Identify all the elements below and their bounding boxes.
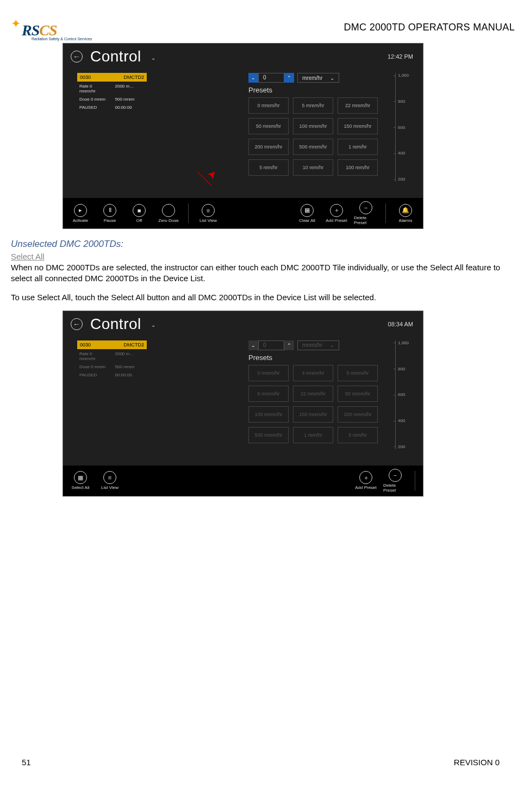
tile-model: 2000 m…	[113, 350, 147, 362]
chevron-down-icon: ⌄	[330, 342, 334, 348]
add-preset-button[interactable]: ＋Add Preset	[325, 204, 348, 223]
presets-label: Presets	[248, 354, 391, 362]
tile-val2: 500 mrem	[113, 363, 147, 370]
play-icon: ▸	[74, 204, 87, 217]
logo: ✦ RSCS Radiation Safety & Control Servic…	[11, 22, 92, 41]
plus-icon: ＋	[330, 204, 343, 217]
logo-text: RSCS	[22, 22, 57, 39]
spinner-up-icon[interactable]: ⌃	[284, 73, 294, 83]
preset-cell: 5 rem/hr	[338, 427, 378, 443]
screen-title: Control	[90, 315, 141, 333]
minus-icon: −	[389, 469, 402, 482]
spinner-up-icon: ⌃	[284, 340, 294, 350]
section-heading: Unselected DMC 2000TDs:	[11, 239, 515, 250]
preset-cell[interactable]: 50 mrem/hr	[248, 118, 289, 134]
screenshot-control-selected: ← Control ⌄ 12:42 PM 0030DMCTD2 Rate 0 m…	[63, 43, 423, 229]
tile-model: 2000 m…	[113, 83, 147, 95]
clear-all-button[interactable]: ▦Clear All	[295, 204, 319, 223]
activate-button[interactable]: ▸Activate	[68, 204, 92, 223]
separator	[188, 203, 189, 223]
tile-time: 00:00:00	[113, 371, 147, 379]
rate-spinner[interactable]: ⌄ 0 ⌃ mrem/hr⌄	[248, 73, 391, 83]
unit-select[interactable]: mrem/hr⌄	[297, 73, 339, 83]
preset-cell: 0 mrem/hr	[248, 365, 289, 381]
preset-cell: 500 mrem/hr	[248, 427, 289, 443]
preset-cell[interactable]: 200 mrem/hr	[248, 139, 289, 155]
clear-icon: ▦	[301, 204, 314, 217]
presets-grid: 0 mrem/hr 5 mrem/hr 22 mrem/hr 50 mrem/h…	[248, 97, 391, 176]
revision-label: REVISION 0	[454, 758, 500, 767]
preset-cell: 5 mrem/hr	[338, 365, 378, 381]
page-header: ✦ RSCS Radiation Safety & Control Servic…	[11, 22, 515, 41]
zero-icon	[162, 204, 175, 217]
screenshot-control-unselected: ← Control ⌄ 08:34 AM 0030DMCTD2 Rate 0 m…	[63, 311, 423, 497]
select-all-icon: ▦	[74, 471, 87, 484]
minus-icon: −	[359, 201, 372, 214]
separator	[385, 203, 386, 223]
chevron-down-icon: ⌄	[330, 75, 334, 81]
tile-state: PAUSED	[77, 371, 111, 379]
pause-button[interactable]: ⅡPause	[98, 204, 122, 223]
preset-cell[interactable]: 500 mrem/hr	[293, 139, 333, 155]
app-bar: ▸Activate ⅡPause ■Off Zero Dose ≡List Vi…	[63, 198, 423, 228]
list-view-button[interactable]: ≡List View	[98, 471, 122, 490]
preset-cell[interactable]: 1 rem/hr	[338, 139, 378, 155]
axis: 1,000 800 600 400 200	[395, 73, 417, 182]
delete-preset-button[interactable]: −Delete Preset	[354, 201, 378, 225]
preset-cell[interactable]: 22 mrem/hr	[338, 97, 378, 114]
sub-heading: Select All	[11, 252, 515, 261]
presets-label: Presets	[248, 86, 391, 94]
logo-star-icon: ✦	[11, 17, 21, 31]
off-button[interactable]: ■Off	[127, 204, 151, 223]
screen-title: Control	[90, 48, 141, 65]
preset-cell[interactable]: 100 mrem/hr	[293, 118, 333, 134]
tile-dose: Dose 0 mrem	[77, 363, 111, 370]
list-view-button[interactable]: ≡List View	[196, 204, 220, 223]
plus-icon: ＋	[359, 471, 372, 484]
back-icon[interactable]: ←	[71, 318, 83, 330]
preset-cell: 4 mrem/hr	[293, 365, 333, 381]
spinner-value: 0	[258, 340, 284, 350]
preset-cell: 100 mrem/hr	[248, 406, 289, 423]
clock: 12:42 PM	[388, 53, 415, 60]
paragraph: When no DMC 2000TDs are selected, the in…	[11, 262, 515, 284]
tile-dose: Dose 0 mrem	[77, 96, 111, 103]
delete-preset-button[interactable]: −Delete Preset	[383, 469, 407, 493]
add-preset-button[interactable]: ＋Add Preset	[354, 471, 378, 490]
spinner-down-icon: ⌄	[248, 340, 258, 350]
preset-cell[interactable]: 5 mrem/hr	[293, 97, 333, 114]
tile-state: PAUSED	[77, 104, 111, 111]
pause-icon: Ⅱ	[103, 204, 116, 217]
select-all-button[interactable]: ▦Select All	[68, 471, 92, 490]
spinner-down-icon[interactable]: ⌄	[248, 73, 258, 83]
chevron-down-icon[interactable]: ⌄	[151, 55, 155, 61]
presets-grid: 0 mrem/hr 4 mrem/hr 5 mrem/hr 6 mrem/hr …	[248, 365, 391, 443]
page-number: 51	[22, 758, 31, 767]
app-bar: ▦Select All ≡List View ＋Add Preset −Dele…	[63, 466, 423, 496]
preset-cell[interactable]: 0 mrem/hr	[248, 97, 289, 114]
device-tile[interactable]: 0030DMCTD2 Rate 0 mrem/hr2000 m… Dose 0 …	[77, 73, 147, 194]
unit-select: mrem/hr⌄	[297, 340, 339, 350]
tile-rate: Rate 0 mrem/hr	[77, 350, 111, 362]
preset-cell: 50 mrem/hr	[338, 386, 378, 402]
tile-name: DMCTD2	[124, 75, 145, 80]
chevron-down-icon[interactable]: ⌄	[151, 322, 155, 328]
axis: 1,000 800 600 400 200	[395, 340, 417, 449]
tile-time: 00:00:00	[113, 104, 147, 111]
alarms-button[interactable]: 🔔Alarms	[394, 204, 417, 223]
preset-cell[interactable]: 5 rem/hr	[248, 159, 289, 176]
stop-icon: ■	[133, 204, 146, 217]
preset-cell: 22 mrem/hr	[293, 386, 333, 402]
spinner-value[interactable]: 0	[258, 73, 284, 83]
zero-dose-button[interactable]: Zero Dose	[157, 204, 180, 223]
preset-cell: 200 mrem/hr	[338, 406, 378, 423]
device-tile[interactable]: 0030DMCTD2 Rate 0 mrem/hr2000 m… Dose 0 …	[77, 340, 147, 461]
preset-cell[interactable]: 10 rem/hr	[293, 159, 333, 176]
list-icon: ≡	[103, 471, 116, 484]
preset-cell[interactable]: 100 rem/hr	[338, 159, 378, 176]
back-icon[interactable]: ←	[71, 51, 83, 63]
preset-cell[interactable]: 150 mrem/hr	[338, 118, 378, 134]
logo-tagline: Radiation Safety & Control Services	[32, 37, 92, 41]
page-footer: 51 REVISION 0	[22, 758, 500, 767]
clock: 08:34 AM	[388, 321, 415, 327]
